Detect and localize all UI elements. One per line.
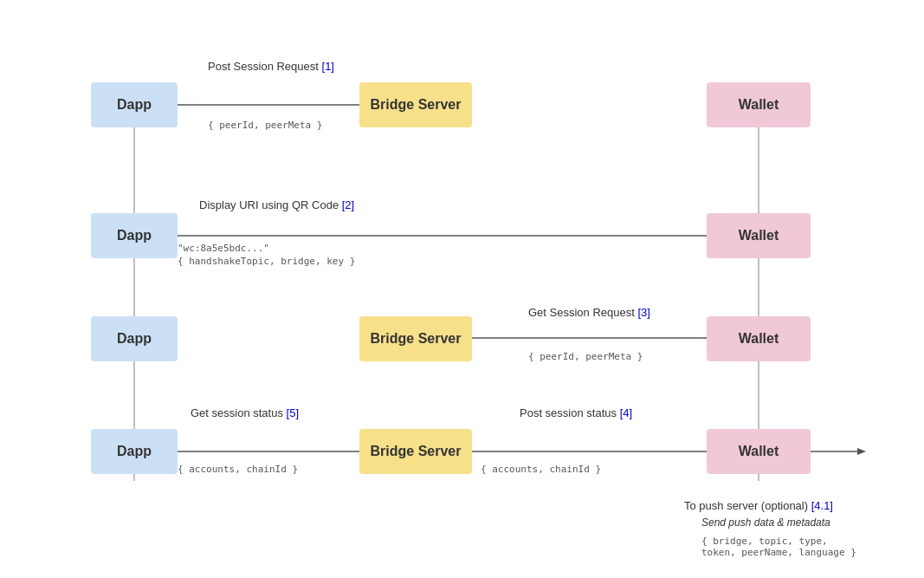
bridge3-box: Bridge Server: [359, 429, 472, 474]
bridge1-box: Bridge Server: [359, 82, 472, 127]
dapp2-box: Dapp: [91, 213, 178, 258]
step2-data2: { handshakeTopic, bridge, key }: [178, 256, 355, 267]
step2-label: Display URI using QR Code [2]: [199, 198, 354, 213]
step3-data: { peerId, peerMeta }: [528, 351, 643, 362]
step1-label: Post Session Request [1]: [208, 59, 334, 75]
push-server-italic: Send push data & metadata: [701, 516, 830, 530]
svg-marker-13: [857, 448, 866, 455]
step5-data: { accounts, chainId }: [178, 464, 298, 475]
bridge2-box: Bridge Server: [359, 316, 472, 361]
step2-data1: "wc:8a5e5bdc...": [178, 243, 269, 254]
dapp4-box: Dapp: [91, 429, 178, 474]
diagram: Post Session Request [1] Dapp Bridge Ser…: [0, 0, 924, 578]
step1-data: { peerId, peerMeta }: [208, 120, 322, 131]
push-server-label: To push server (optional) [4.1]: [684, 498, 833, 514]
push-server-data: { bridge, topic, type, token, peerName, …: [701, 536, 856, 558]
step5-label: Get session status [5]: [191, 406, 299, 421]
wallet1-box: Wallet: [707, 82, 811, 127]
step4-label: Post session status [4]: [520, 406, 632, 421]
wallet4-box: Wallet: [707, 429, 811, 474]
step4-data: { accounts, chainId }: [481, 464, 601, 475]
dapp1-box: Dapp: [91, 82, 178, 127]
wallet2-box: Wallet: [707, 213, 811, 258]
step3-label: Get Session Request [3]: [528, 305, 650, 321]
dapp3-box: Dapp: [91, 316, 178, 361]
wallet3-box: Wallet: [707, 316, 811, 361]
